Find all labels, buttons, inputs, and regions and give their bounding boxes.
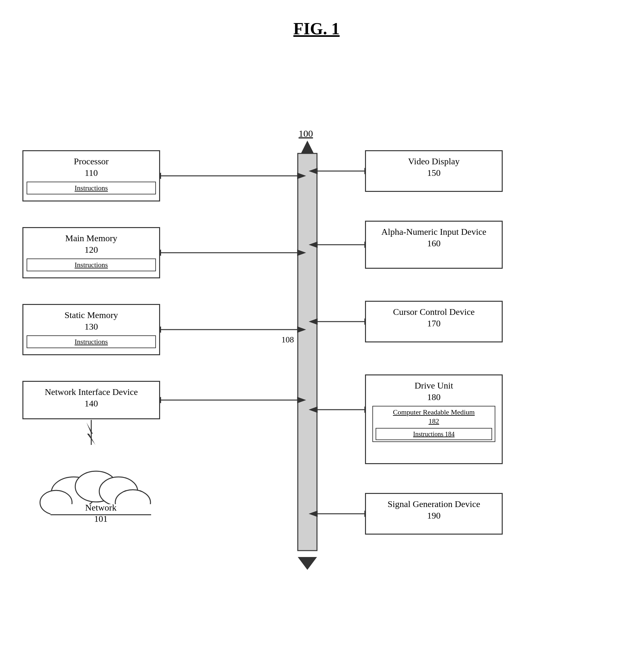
signal-gen-arrow-left (309, 510, 318, 517)
network-signal-icon (87, 423, 95, 445)
alpha-numeric-number: 160 (369, 238, 498, 249)
cursor-control-title: Cursor Control Device (369, 306, 498, 318)
main-memory-arrow-right (297, 249, 306, 256)
network-interface-title: Network Interface Device (27, 386, 156, 398)
bus-top-label: 100 (299, 128, 313, 139)
bus-arrow-down (298, 557, 317, 570)
network-interface-box: Network Interface Device 140 (22, 381, 160, 419)
alpha-numeric-title: Alpha-Numeric Input Device (369, 226, 498, 238)
static-memory-arrow-right (297, 327, 306, 333)
cursor-control-box: Cursor Control Device 170 (365, 301, 503, 342)
cloud-2 (75, 471, 117, 502)
diagram: 100 108 (0, 57, 633, 666)
video-display-box: Video Display 150 (365, 150, 503, 192)
processor-instructions: Instructions (27, 182, 156, 195)
page-title: FIG. 1 (0, 0, 633, 51)
static-memory-box: Static Memory 130 Instructions (22, 304, 160, 355)
alpha-numeric-arrow-left (309, 241, 318, 248)
bus-arrow-up (301, 141, 314, 153)
network-interface-number: 140 (27, 398, 156, 409)
crm-number: 182 (375, 417, 492, 426)
static-memory-instructions: Instructions (27, 335, 156, 349)
processor-arrow-right (297, 173, 306, 179)
cloud-3 (99, 477, 138, 506)
signal-generation-title: Signal Generation Device (369, 498, 498, 510)
static-memory-number: 130 (27, 321, 156, 333)
network-number: 101 (94, 514, 107, 524)
cloud-1 (51, 477, 96, 509)
video-display-number: 150 (369, 167, 498, 179)
main-memory-box: Main Memory 120 Instructions (22, 227, 160, 278)
cloud-4 (115, 490, 150, 515)
processor-box: Processor 110 Instructions (22, 150, 160, 201)
signal-generation-number: 190 (369, 510, 498, 522)
drive-unit-title: Drive Unit (369, 380, 498, 391)
computer-readable-medium-box: Computer Readable Medium 182 Instruction… (372, 406, 495, 442)
drive-unit-number: 180 (369, 391, 498, 403)
main-memory-number: 120 (27, 244, 156, 256)
static-memory-title: Static Memory (27, 309, 156, 321)
signal-generation-box: Signal Generation Device 190 (365, 493, 503, 534)
cursor-control-arrow-left (309, 318, 318, 325)
bus-id-label: 108 (282, 335, 294, 344)
cloud-bottom-fill (51, 504, 151, 523)
main-memory-instructions: Instructions (27, 259, 156, 272)
cloud-5 (40, 490, 72, 515)
bus-shaft (298, 153, 317, 551)
network-label: Network (85, 503, 117, 512)
video-display-arrow-left (309, 168, 318, 174)
video-display-title: Video Display (369, 156, 498, 167)
processor-title: Processor (27, 156, 156, 167)
drive-unit-arrow-left (309, 406, 318, 413)
drive-unit-box: Drive Unit 180 Computer Readable Medium … (365, 375, 503, 464)
cursor-control-number: 170 (369, 318, 498, 329)
diagram-svg: 100 108 (0, 57, 633, 666)
instructions-184-box: Instructions 184 (375, 428, 492, 440)
main-memory-title: Main Memory (27, 233, 156, 244)
alpha-numeric-box: Alpha-Numeric Input Device 160 (365, 221, 503, 269)
processor-number: 110 (27, 167, 156, 179)
network-interface-arrow-right (297, 397, 306, 403)
crm-label: Computer Readable Medium (375, 408, 492, 417)
